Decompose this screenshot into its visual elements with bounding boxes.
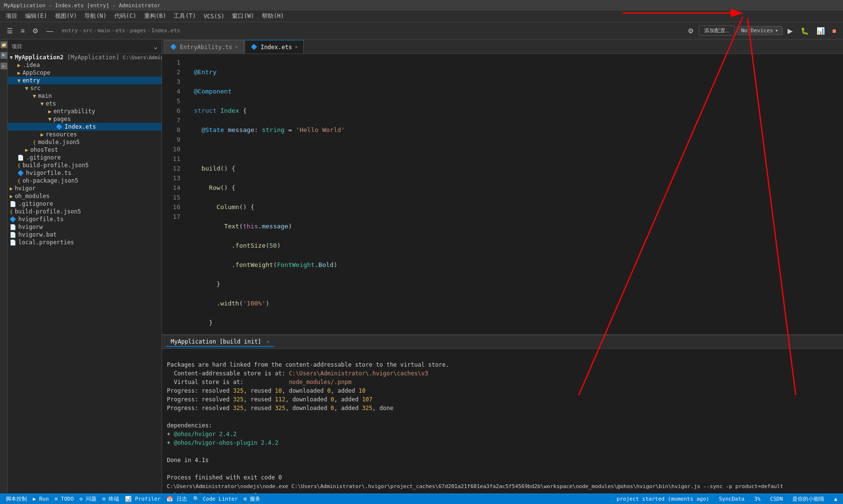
tree-item-resources[interactable]: ▶ resources [8, 131, 162, 138]
code-content[interactable]: @Entry @Component struct Index { @State … [186, 54, 843, 334]
menu-item-refactor[interactable]: 重构(B) [140, 11, 170, 21]
tree-item-hvigorw[interactable]: 📄 hvigorw [8, 223, 162, 231]
code-line-13: .width('100%') [194, 299, 843, 308]
menu-item-tools[interactable]: 工具(T) [170, 11, 200, 21]
tab-label-entryability: EntryAbility.ts [180, 44, 232, 51]
menu-item-vcs[interactable]: VCS(S) [200, 12, 228, 21]
profile-button[interactable]: 📊 [814, 26, 828, 36]
tree-item-ohpackage-entry[interactable]: { oh-package.json5 [8, 177, 162, 185]
tab-close-entryability[interactable]: × [235, 44, 238, 50]
tree-item-buildprofile-entry[interactable]: { build-profile.json5 [8, 161, 162, 169]
tree-item-ets[interactable]: ▼ ets [8, 100, 162, 107]
toolbar-btn-1[interactable]: ☰ [4, 26, 16, 36]
tree-item-src[interactable]: ▼ src [8, 84, 162, 92]
activity-btn-run[interactable]: ▶ [0, 63, 7, 69]
tree-item-gitignore-root[interactable]: 📄 .gitignore [8, 200, 162, 208]
breadcrumb-src[interactable]: src [83, 27, 93, 34]
breadcrumb-main[interactable]: main [97, 27, 110, 34]
status-problems[interactable]: ⊙ 问题 [78, 495, 98, 503]
code-line-9: Text(this.message) [194, 222, 843, 231]
devices-label: No Devices [741, 27, 773, 34]
tab-entryability[interactable]: 🔷 EntryAbility.ts × [164, 40, 244, 53]
tree-item-modulejson[interactable]: { module.json5 [8, 138, 162, 146]
status-percent: 3% [752, 496, 762, 502]
file-icon-hvigorwbat: 📄 [10, 232, 16, 238]
menu-item-navigate[interactable]: 导航(N) [81, 11, 110, 21]
tab-icon-entryability: 🔷 [170, 44, 177, 50]
stop-button[interactable]: ■ [829, 26, 839, 36]
bottom-tab-close[interactable]: × [267, 339, 270, 345]
tree-item-buildprofile-root[interactable]: { build-profile.json5 [8, 208, 162, 215]
tree-item-ohostest[interactable]: ▶ ohosTest [8, 146, 162, 154]
settings-button[interactable]: ⚙ [685, 26, 697, 36]
tree-item-localproperties[interactable]: 📄 local.properties [8, 239, 162, 246]
menu-item-code[interactable]: 代码(C) [110, 11, 140, 21]
status-bar: 脚本控制 ▶ Run ≡ TODO ⊙ 问题 ≡ 终端 📊 Profiler 📅… [0, 493, 843, 504]
toolbar-btn-3[interactable]: ⚙ [29, 26, 41, 36]
tree-item-ohmodules[interactable]: ▶ oh_modules [8, 192, 162, 200]
menu-item-view[interactable]: 视图(V) [51, 11, 81, 21]
status-codelinter[interactable]: 🔍 Code Linter [191, 496, 240, 502]
run-button[interactable]: ▶ [785, 26, 796, 36]
menu-item-project[interactable]: 项目 [2, 11, 21, 21]
folder-icon-resources: ▶ [41, 132, 44, 138]
activity-btn-explorer[interactable]: 📁 [0, 41, 7, 48]
folder-icon-ohmodules: ▶ [10, 193, 13, 199]
right-panel: 🔷 EntryAbility.ts × 🔷 Index.ets × 1 2 3 … [162, 40, 843, 493]
code-line-8: Column() { [194, 202, 843, 212]
toolbar-right: ⚙ 添加配置... No Devices ▾ ▶ 🐛 📊 ■ [685, 26, 840, 36]
tree-item-hvigorwbat[interactable]: 📄 hvigorw.bat [8, 231, 162, 239]
activity-btn-search[interactable]: 🔍 [0, 52, 7, 59]
tree-item-gitignore-entry[interactable]: 📄 .gitignore [8, 154, 162, 161]
tree-collapse-icon[interactable]: ⌄ [154, 42, 158, 50]
tree-item-hvigorfile-entry[interactable]: 🔷 hvigorfile.ts [8, 169, 162, 177]
file-icon-ohpackage-entry: { [17, 178, 21, 184]
tree-item-entryability[interactable]: ▶ entryability [8, 107, 162, 115]
status-terminal[interactable]: ≡ 终端 [100, 495, 121, 503]
status-log[interactable]: 📅 日志 [164, 495, 189, 503]
code-line-11: .fontWeight(FontWeight.Bold) [194, 260, 843, 270]
breadcrumb-ets[interactable]: ets [116, 27, 125, 34]
main-layout: 📁 🔍 ▶ 项目 ⌄ ▼ MyApplication2 [MyApplicati… [0, 40, 843, 493]
toolbar-btn-2[interactable]: ≡ [18, 26, 27, 36]
tab-indexets[interactable]: 🔷 Index.ets × [245, 40, 304, 53]
devices-dropdown[interactable]: No Devices ▾ [737, 26, 783, 35]
status-profiler[interactable]: 📊 Profiler [123, 496, 163, 502]
breadcrumb-pages[interactable]: pages [130, 27, 146, 34]
tree-item-hvigorfile-root[interactable]: 🔷 hvigorfile.ts [8, 215, 162, 223]
breadcrumb-file[interactable]: Index.ets [151, 27, 180, 34]
tree-item-hvigor[interactable]: ▶ hvigor [8, 185, 162, 192]
status-services[interactable]: ⚙ 服务 [242, 495, 262, 503]
add-config-button[interactable]: 添加配置... [699, 26, 735, 36]
tree-item-entry[interactable]: ▼ entry [8, 77, 162, 84]
tree-item-project[interactable]: ▼ MyApplication2 [MyApplication] C:\User… [8, 53, 162, 61]
status-run[interactable]: ▶ Run [31, 496, 51, 502]
tree-item-idea[interactable]: ▶ .idea [8, 61, 162, 69]
status-syncdata[interactable]: SyncData [717, 496, 747, 502]
file-icon-buildprofile-root: { [10, 209, 13, 215]
bottom-panel: MyApplication [build init] × Packages ar… [162, 334, 843, 493]
code-line-3: struct Index { [194, 106, 843, 116]
status-csdn[interactable]: CSDN [768, 496, 785, 502]
tree-item-main[interactable]: ▼ main [8, 92, 162, 100]
toolbar-btn-4[interactable]: — [43, 26, 56, 36]
status-script-control[interactable]: 脚本控制 [4, 495, 29, 503]
menu-item-edit[interactable]: 编辑(E) [21, 11, 51, 21]
menu-item-window[interactable]: 窗口(W) [228, 11, 258, 21]
file-tree-title: 项目 [12, 43, 22, 50]
folder-icon-ets: ▼ [41, 101, 44, 107]
status-todo[interactable]: ≡ TODO [53, 496, 76, 502]
debug-button[interactable]: 🐛 [798, 26, 812, 36]
terminal-content[interactable]: Packages are hard linked from the conten… [162, 349, 843, 493]
breadcrumb-entry[interactable]: entry [62, 27, 78, 34]
tree-item-indexets[interactable]: 🔷 Index.ets [8, 123, 162, 131]
tree-item-pages[interactable]: ▼ pages [8, 115, 162, 123]
bottom-tab-build[interactable]: MyApplication [build init] × [166, 337, 274, 347]
menu-item-help[interactable]: 帮助(H) [258, 11, 288, 21]
folder-icon-entry: ▼ [17, 78, 21, 84]
tree-item-appscope[interactable]: ▶ AppScope [8, 69, 162, 77]
code-line-5 [194, 145, 843, 154]
tab-close-indexets[interactable]: × [295, 44, 298, 50]
chevron-down-icon: ▾ [775, 27, 778, 34]
tab-label-indexets: Index.ets [260, 44, 292, 51]
